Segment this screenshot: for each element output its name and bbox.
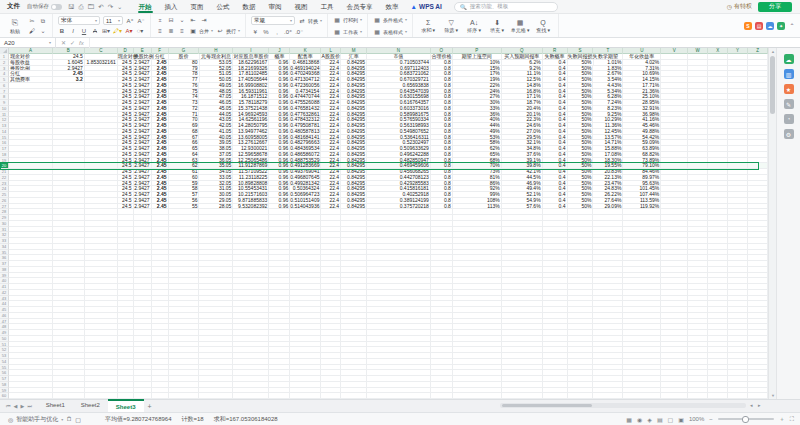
number-format-select[interactable]: 常规▾	[251, 16, 295, 25]
tab-审阅[interactable]: 审阅	[263, 0, 288, 13]
font-color-icon[interactable]: A▾	[125, 27, 133, 35]
table-tools-icon[interactable]: ▦	[626, 416, 632, 423]
merge-center-button[interactable]: ▣ 合并▾	[189, 26, 213, 36]
copy-icon[interactable]: ⧉	[39, 17, 47, 25]
tab-公式[interactable]: 公式	[211, 0, 236, 13]
name-box[interactable]: A20 ▾	[0, 38, 56, 48]
note-icon[interactable]: 🗒	[66, 416, 72, 422]
sidebar-chart-icon[interactable]: ▥	[784, 69, 794, 79]
format-painter-icon[interactable]: 🖌	[28, 27, 36, 35]
sidebar-cloud-doc-icon[interactable]: ☁	[784, 54, 794, 64]
vertical-scrollbar[interactable]: ▲ ▼	[768, 48, 776, 399]
tab-工具[interactable]: 工具	[315, 0, 340, 13]
layout-icon[interactable]: ▢	[75, 416, 81, 423]
sidebar-template-icon[interactable]: ★	[784, 84, 794, 94]
add-sheet-button[interactable]: +	[148, 403, 152, 410]
sidebar-history-icon[interactable]: ◔	[784, 114, 794, 124]
sidebar-settings-icon[interactable]: ⚙	[784, 129, 794, 139]
last-sheet-icon[interactable]: ⏭	[27, 403, 32, 410]
wrap-text-button[interactable]: ↩ 换行▾	[216, 26, 240, 36]
indent-increase-icon[interactable]: ⇥	[200, 16, 208, 24]
ribbon-button-条件格式[interactable]: ▦条件格式▾	[373, 15, 407, 25]
decrease-font-icon[interactable]: A⁻	[137, 17, 145, 25]
ribbon-button-表格样式[interactable]: ▦表格样式▾	[373, 27, 407, 37]
convert-button[interactable]: ⇄ 转换▾	[298, 16, 322, 26]
wps-member-icon[interactable]: S	[744, 22, 752, 30]
cancel-entry-icon[interactable]: ✕	[61, 39, 66, 46]
horizontal-scroll-thumb[interactable]	[502, 404, 592, 407]
sidebar-notes-icon[interactable]: ✎	[784, 99, 794, 109]
decrease-decimal-icon[interactable]: .0⁻	[295, 28, 303, 36]
vertical-scroll-thumb[interactable]	[770, 56, 775, 114]
preview-icon[interactable]: 🗔	[88, 0, 95, 14]
ribbon-tool-查找[interactable]: Q查找 ▾	[533, 19, 553, 33]
strikethrough-icon[interactable]: A	[91, 27, 99, 35]
collab-icon[interactable]: ✦	[777, 22, 785, 30]
ribbon-tool-求和[interactable]: Σ求和 ▾	[418, 19, 438, 33]
cut-icon[interactable]: ✂	[28, 17, 36, 25]
bold-icon[interactable]: B	[58, 27, 66, 35]
zoom-level[interactable]: 100%	[689, 416, 704, 422]
prev-sheet-icon[interactable]: ◀	[14, 403, 18, 410]
name-box-dropdown-icon[interactable]: ▾	[49, 40, 51, 45]
paste-button[interactable]: ⎘ 粘贴	[5, 15, 25, 37]
assistant-icon[interactable]: ◎	[8, 416, 13, 423]
fullscreen-icon[interactable]: ⛶	[790, 416, 794, 423]
tab-wps-ai[interactable]: ▲ WPS AI	[405, 3, 448, 10]
increase-font-icon[interactable]: A⁺	[126, 17, 134, 25]
scroll-left-icon[interactable]: ◂	[750, 402, 753, 408]
zoom-in-icon[interactable]: ＋	[779, 415, 785, 424]
first-sheet-icon[interactable]: ⏮	[6, 403, 11, 410]
currency-icon[interactable]: ￥	[251, 28, 259, 36]
speaker-icon[interactable]: ◈	[647, 416, 652, 423]
align-right-icon[interactable]: ≡	[178, 27, 186, 35]
ribbon-tool-填充[interactable]: ⬇填充 ▾	[487, 19, 507, 33]
zoom-out-icon[interactable]: −	[709, 416, 713, 422]
sheet-tab-Sheet1[interactable]: Sheet1	[38, 399, 73, 413]
tab-插入[interactable]: 插入	[159, 0, 184, 13]
status-dropdown-icon[interactable]: ▾	[61, 417, 63, 422]
file-menu[interactable]: 文件	[0, 2, 27, 11]
scroll-right-icon[interactable]: ▸	[758, 402, 761, 408]
status-left-label[interactable]: 智能助手与优化	[16, 415, 58, 424]
ribbon-button-行和列[interactable]: ▦行和列▾	[333, 15, 362, 25]
align-middle-icon[interactable]: ⊟	[167, 16, 175, 24]
sheet-tab-Sheet2[interactable]: Sheet2	[73, 399, 108, 413]
tab-会员专享[interactable]: 会员专享	[341, 0, 379, 13]
borders-icon[interactable]: ⊞▾	[102, 27, 110, 35]
privilege-status[interactable]: ◷ 有特权	[727, 2, 752, 11]
align-left-icon[interactable]: ≡	[156, 27, 164, 35]
view-page-icon[interactable]: ▢	[668, 416, 674, 423]
view-normal-icon[interactable]: ▤	[657, 416, 663, 423]
ribbon-button-工作表[interactable]: ▦工作表▾	[333, 27, 362, 37]
fill-color-icon[interactable]: 🖍▾	[113, 27, 122, 35]
horizontal-scrollbar[interactable]	[500, 403, 746, 408]
font-size-select[interactable]: 11▾	[103, 16, 123, 25]
font-family-select[interactable]: 宋体▾	[58, 16, 100, 25]
collapse-ribbon-icon[interactable]: ⌃	[788, 22, 796, 30]
search-input[interactable]: 🔍 搜索功能、模板	[454, 2, 558, 12]
align-center-icon[interactable]: ≣	[167, 27, 175, 35]
comma-style-icon[interactable]: ,	[273, 28, 281, 36]
customize-toolbar-chevron-icon[interactable]: ⌄	[117, 0, 122, 14]
highlight-icon[interactable]: ◌▾	[136, 27, 144, 35]
docer-icon[interactable]: ▤	[755, 22, 763, 30]
increase-decimal-icon[interactable]: .0⁺	[284, 28, 292, 36]
tab-视图[interactable]: 视图	[289, 0, 314, 13]
redo-icon[interactable]: ↷	[108, 0, 113, 14]
indent-decrease-icon[interactable]: ⇤	[189, 16, 197, 24]
zoom-slider[interactable]	[718, 418, 774, 420]
percent-icon[interactable]: %	[262, 28, 270, 36]
cloud-sync-icon[interactable]: ☁	[766, 22, 774, 30]
ribbon-tool-单元格[interactable]: ▦单元格 ▾	[510, 19, 530, 33]
tab-页面[interactable]: 页面	[185, 0, 210, 13]
view-break-icon[interactable]: ▣	[678, 416, 684, 423]
tab-数据[interactable]: 数据	[237, 0, 262, 13]
save-icon[interactable]: 🖫	[68, 0, 75, 14]
tab-开始[interactable]: 开始	[133, 0, 158, 13]
ribbon-tool-排序[interactable]: A↓排序 ▾	[464, 19, 484, 33]
confirm-entry-icon[interactable]: ✓	[70, 39, 75, 46]
next-sheet-icon[interactable]: ▶	[20, 403, 24, 410]
underline-icon[interactable]: U	[80, 27, 88, 35]
share-button[interactable]: 分享	[758, 2, 792, 12]
